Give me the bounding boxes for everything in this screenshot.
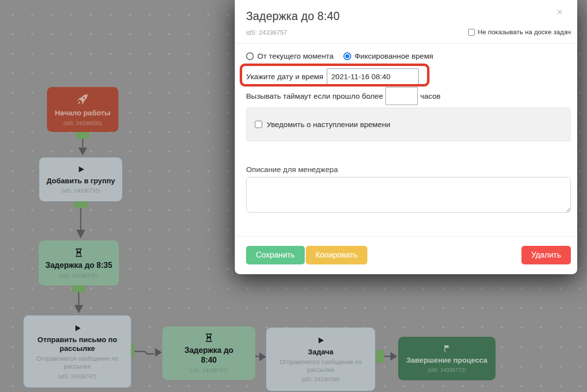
radio-fixed-time[interactable]: Фиксированное время [343,52,433,61]
node-title: Задача [308,348,333,357]
node-subtitle: Отправляется сообщение по рассылке [271,358,370,374]
timeout-hours-input[interactable] [385,87,418,105]
node-delay-840[interactable]: Задержка до 8:40 (idS: 24336757) [162,327,255,380]
radio-circle-selected[interactable] [343,52,351,60]
close-icon[interactable]: × [557,7,563,17]
radio-label: От текущего момента [257,52,334,61]
description-textarea[interactable] [246,177,571,213]
rocket-icon [76,93,89,106]
node-id: (idS: 24336733) [62,188,100,194]
node-send-letter[interactable]: Отправить письмо по рассылке Отправляетс… [23,315,131,388]
copy-button[interactable]: Копировать [306,246,367,264]
notify-label: Уведомить о наступлении времени [267,120,390,129]
node-id: (idS: 24336747) [58,373,96,379]
hourglass-icon [204,333,214,343]
node-title: Задержка до 8:40 [177,346,241,365]
port-task-out [376,350,384,363]
datetime-row: Укажите дату и время [246,68,419,85]
node-id: (idS: 24336772) [428,367,466,373]
node-title: Задержка до 8:35 [45,261,113,270]
timeout-row: Вызывать таймаут если прошло более часов [246,87,441,105]
save-button[interactable]: Сохранить [246,246,305,264]
flag-icon [443,344,452,353]
description-label: Описание для менеджера [246,165,338,174]
node-id: (idS: 24336768) [301,376,339,382]
timeout-label: Вызывать таймаут если прошло более [246,92,383,101]
node-finish[interactable]: Завершение процесса (idS: 24336772) [398,337,496,380]
modal-title: Задержка до 8:40 [246,10,339,23]
node-id: (idS: 24336757) [190,368,228,373]
timeout-units-label: часов [420,92,440,101]
node-title: Добавить в группу [46,176,115,186]
header-divider [235,43,577,44]
delete-button[interactable]: Удалить [521,246,571,264]
node-add-to-group[interactable]: Добавить в группу (idS: 24336733) [39,157,122,201]
play-icon [77,165,85,174]
footer-divider [235,236,577,237]
datetime-input[interactable] [327,68,419,85]
port-start-out [76,131,90,139]
notify-panel: Уведомить о наступлении времени [246,108,571,141]
notify-checkbox[interactable] [255,121,262,128]
node-delay-835[interactable]: Задержка до 8:35 (idS: 24336735) [39,240,119,285]
hourglass-icon [74,248,84,258]
node-id: (idS: 24336735) [60,273,98,279]
play-icon [73,324,82,332]
port-group-out [74,201,88,208]
node-start[interactable]: Начало работы (idS: 24336695) [47,87,118,132]
node-task[interactable]: Задача Отправляется сообщение по рассылк… [266,327,375,391]
radio-from-current-moment[interactable]: От текущего момента [246,52,334,61]
hide-on-board-checkbox[interactable] [468,29,475,36]
play-icon [316,336,325,345]
notify-checkbox-row[interactable]: Уведомить о наступлении времени [255,120,390,129]
node-title: Отправить письмо по рассылке [29,335,126,354]
delay-settings-modal: Задержка до 8:40 × idS: 24336757 Не пока… [235,0,577,274]
modal-id-label: idS: 24336757 [246,29,287,36]
datetime-label: Укажите дату и время [246,72,323,81]
node-title: Завершение процесса [406,356,488,365]
hide-on-board-label: Не показывать на доске задач [478,28,571,36]
time-mode-radio-group: От текущего момента Фиксированное время [246,52,433,61]
radio-circle[interactable] [246,52,254,60]
hide-on-board-checkbox-row[interactable]: Не показывать на доске задач [468,28,571,36]
node-id: (idS: 24336695) [64,120,102,126]
node-subtitle: Отправляется сообщение по рассылке [29,355,126,371]
radio-label: Фиксированное время [355,52,433,61]
port-delay835-out [72,285,86,292]
node-title: Начало работы [55,109,111,118]
